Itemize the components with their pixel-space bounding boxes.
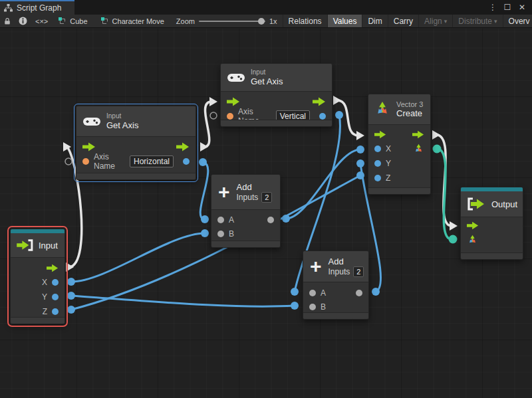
input-b-port[interactable] — [309, 304, 316, 310]
graph-icon — [4, 4, 13, 12]
close-icon[interactable]: ✕ — [516, 3, 528, 12]
x-port[interactable] — [374, 146, 381, 152]
wire-add1-to-vector3-x[interactable] — [286, 149, 360, 219]
values-button[interactable]: Values — [327, 15, 362, 27]
input-b-port[interactable] — [217, 231, 224, 237]
carry-button[interactable]: Carry — [388, 15, 418, 27]
input-icon — [15, 239, 34, 252]
node-title: Add — [329, 256, 364, 266]
flow-out-arrow-icon[interactable] — [412, 130, 424, 139]
graph-toolbar: <×> Cube Character Move Zoom 1x Relati — [0, 15, 532, 28]
axis-name-port[interactable] — [227, 113, 233, 120]
lock-button[interactable] — [0, 15, 15, 27]
tab-script-graph[interactable]: Script Graph — [0, 0, 74, 15]
graph-node-icon — [101, 17, 109, 25]
vector3-icon — [374, 101, 391, 118]
node-title: Add — [237, 182, 273, 192]
node-title: Input — [39, 241, 58, 250]
y-port[interactable] — [374, 160, 381, 167]
result-port[interactable] — [183, 158, 190, 165]
menu-icon[interactable]: ⋮ — [487, 3, 499, 12]
info-icon — [19, 17, 27, 25]
z-port[interactable] — [374, 175, 381, 181]
lock-icon — [4, 17, 11, 26]
axis-name-value-field[interactable]: Horizontal — [130, 155, 174, 167]
vector3-input-port[interactable] — [467, 235, 478, 246]
align-dropdown[interactable]: Align ▾ — [418, 15, 452, 27]
vector3-output-port[interactable] — [413, 144, 424, 155]
breadcrumb-character-move[interactable]: Character Move — [94, 15, 171, 27]
node-category: Vector 3 — [396, 100, 423, 108]
x-output-port[interactable] — [52, 279, 59, 286]
unity-visual-scripting-window: Script Graph ⋮ ☐ ✕ <×> — [0, 0, 532, 398]
node-graph-input[interactable]: Input X Y Z — [10, 229, 65, 324]
distribute-dropdown[interactable]: Distribute ▾ — [452, 15, 502, 27]
result-port[interactable] — [319, 113, 326, 120]
breadcrumb-label: Character Move — [112, 17, 164, 25]
sum-port[interactable] — [356, 290, 362, 296]
node-footer — [211, 241, 280, 247]
overview-button[interactable]: Overv — [503, 15, 532, 27]
flow-in-arrow-icon[interactable] — [227, 97, 240, 106]
wire-input-y-to-add2-b[interactable] — [71, 296, 295, 306]
gamepad-icon — [227, 72, 245, 83]
node-vector3-create[interactable]: Vector 3 Create X — [368, 94, 431, 195]
y-output-port[interactable] — [52, 294, 59, 300]
dim-button[interactable]: Dim — [362, 15, 387, 27]
node-footer — [461, 252, 523, 259]
flow-out-arrow-icon[interactable] — [313, 97, 326, 106]
tab-bar: Script Graph ⋮ ☐ ✕ — [0, 0, 532, 15]
node-get-axis-horizontal[interactable]: Input Get Axis Axis Name Horizontal — [76, 106, 196, 180]
zoom-control: Zoom 1x — [171, 15, 283, 27]
edit-script-button[interactable]: <×> — [31, 15, 52, 27]
maximize-icon[interactable]: ☐ — [501, 3, 513, 12]
node-title: Get Axis — [251, 76, 283, 86]
add-icon: + — [310, 258, 322, 275]
node-add-2[interactable]: + Add Inputs 2 A B — [303, 250, 369, 320]
gamepad-icon — [83, 116, 100, 127]
graph-canvas[interactable]: Input Get Axis Axis Name Vertical — [0, 29, 532, 398]
wire-getaxis-horizontal-to-getaxis-vertical[interactable] — [204, 102, 211, 147]
node-title: Create — [396, 108, 423, 118]
node-footer — [303, 312, 368, 319]
flow-in-arrow-icon[interactable] — [82, 142, 96, 151]
node-graph-output[interactable]: Output — [460, 187, 523, 260]
input-a-port[interactable] — [309, 290, 316, 296]
node-footer — [11, 317, 65, 324]
node-category: Input — [106, 112, 138, 120]
breadcrumb-label: Cube — [70, 17, 87, 25]
node-get-axis-vertical[interactable]: Input Get Axis Axis Name Vertical — [220, 63, 332, 127]
zoom-slider[interactable] — [199, 21, 265, 22]
node-footer — [76, 173, 196, 179]
flow-out-arrow-icon[interactable] — [47, 264, 59, 272]
info-button[interactable] — [15, 15, 31, 27]
window-controls: ⋮ ☐ ✕ — [487, 0, 532, 15]
sum-port[interactable] — [267, 217, 274, 223]
flow-out-arrow-icon[interactable] — [176, 142, 190, 151]
inputs-label: Inputs — [237, 193, 259, 202]
z-output-port[interactable] — [52, 308, 59, 315]
inputs-count-field[interactable]: 2 — [261, 192, 272, 203]
relations-button[interactable]: Relations — [283, 15, 327, 27]
node-footer — [221, 120, 332, 126]
node-add-1[interactable]: + Add Inputs 2 A B — [211, 174, 281, 248]
node-category: Input — [251, 68, 283, 76]
breadcrumb-cube[interactable]: Cube — [52, 15, 94, 27]
flow-in-arrow-icon[interactable] — [374, 130, 386, 139]
axis-name-port[interactable] — [82, 158, 89, 165]
wire-input-x-to-add1-b[interactable] — [71, 233, 205, 282]
add-icon: + — [218, 183, 230, 201]
zoom-slider-knob[interactable] — [258, 18, 265, 25]
node-footer — [368, 187, 430, 194]
tab-title: Script Graph — [17, 3, 61, 13]
input-a-port[interactable] — [217, 217, 224, 223]
chevron-down-icon: ▾ — [444, 18, 448, 25]
flow-in-arrow-icon[interactable] — [467, 221, 479, 230]
node-title: Get Axis — [106, 120, 138, 130]
zoom-label: Zoom — [176, 17, 195, 25]
output-icon — [466, 197, 486, 211]
inputs-count-field[interactable]: 2 — [353, 266, 364, 277]
code-icon: <×> — [35, 17, 48, 25]
wire-horizontal-to-add1-a[interactable] — [200, 162, 208, 219]
port-label: Axis Name — [94, 152, 125, 171]
